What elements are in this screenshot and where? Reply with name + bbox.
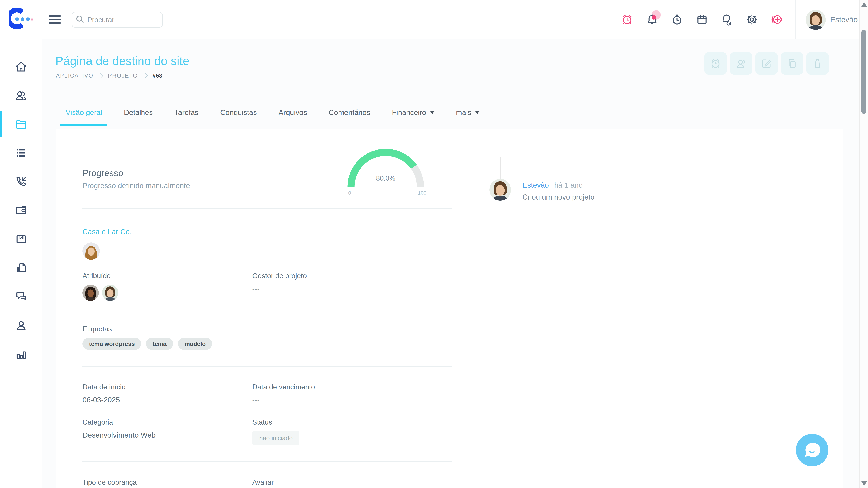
sidebar [0,0,42,488]
chat-widget-button[interactable] [796,434,828,466]
user-menu[interactable]: Estevão [806,9,858,30]
tab-bar: Visão geral Detalhes Tarefas Conquistas … [42,100,860,125]
activity-author-link[interactable]: Estevão [522,181,549,189]
content-columns: Progresso Progresso definido manualmente… [42,125,860,488]
settings-button[interactable] [746,13,758,26]
progress-gauge: 80.0% 0 100 [345,143,426,204]
user-name: Estevão [830,15,858,24]
page-actions [704,52,829,75]
app-logo[interactable] [8,7,33,32]
delete-button[interactable] [806,52,829,75]
duplicate-button[interactable] [781,52,803,75]
sidebar-item-reports[interactable] [0,339,42,368]
due-date-value: --- [252,396,460,404]
sidebar-item-projects[interactable] [0,109,42,138]
logo-dot-pink [31,19,33,21]
scroll-up-arrow[interactable] [862,2,867,6]
page-scrollbar[interactable] [859,0,868,488]
tab-tarefas[interactable]: Tarefas [175,100,198,125]
user-avatar [806,9,826,30]
activity-text: Criou um novo projeto [522,193,594,201]
logo-dot [15,18,19,21]
tab-detalhes[interactable]: Detalhes [124,100,153,125]
messages-button[interactable] [721,13,734,26]
tag-chip[interactable]: modelo [178,338,212,350]
assignee-avatar[interactable] [83,285,99,301]
sidebar-item-knowledge-base[interactable] [0,225,42,253]
alarm-clock-button[interactable] [621,13,634,26]
folder-icon [14,118,28,130]
topbar: Estevão [42,0,860,39]
scroll-down-arrow[interactable] [862,482,867,486]
quick-add-button[interactable] [771,13,783,26]
gear-icon [746,13,758,26]
rate-label: Avaliar [252,478,460,486]
file-pen-icon [14,261,28,274]
calendar-icon [696,13,709,26]
notifications-button[interactable] [646,13,659,26]
customer-section: Casa e Lar Co. [83,209,460,260]
tag-chip[interactable]: tema [146,338,173,350]
global-search [72,12,163,28]
sidebar-nav [0,52,42,368]
add-member-button[interactable] [730,52,752,75]
sidebar-item-calls[interactable] [0,167,42,196]
sidebar-item-chat[interactable] [0,282,42,311]
customer-avatar[interactable] [83,242,100,260]
search-input[interactable] [72,12,163,28]
breadcrumb-id: #63 [152,72,162,78]
copy-icon [786,58,798,69]
due-date-label: Data de vencimento [252,383,460,391]
timer-button[interactable] [704,52,727,75]
person-icon [14,319,28,332]
home-icon [14,60,28,73]
tags-label: Etiquetas [83,325,460,333]
category-label: Categoria [83,418,252,426]
progress-subtitle: Progresso definido manualmente [83,182,190,190]
list-icon [14,146,28,159]
customer-link[interactable]: Casa e Lar Co. [83,228,132,236]
tag-chip[interactable]: tema wordpress [83,338,141,350]
assigned-label: Atribuído [83,272,252,280]
calendar-button[interactable] [696,13,709,26]
tab-arquivos[interactable]: Arquivos [278,100,307,125]
start-date-value: 06-03-2025 [83,396,252,404]
gauge-value-label: 80.0% [345,174,426,182]
stopwatch-icon [671,13,684,26]
sidebar-item-home[interactable] [0,52,42,81]
logo-dot [21,18,24,21]
users-icon [14,89,28,102]
breadcrumb-app[interactable]: APLICATIVO [56,72,93,78]
time-tracker-button[interactable] [671,13,684,26]
tab-comentarios[interactable]: Comentários [329,100,370,125]
tab-visao-geral[interactable]: Visão geral [66,100,102,125]
tab-conquistas[interactable]: Conquistas [220,100,257,125]
chevron-right-icon [98,73,103,78]
menu-toggle-button[interactable] [49,15,61,24]
caret-down-icon [430,111,434,114]
activity-item: Estevão há 1 ano Criou um novo projeto [489,179,594,201]
bar-chart-icon [14,347,28,360]
edit-button[interactable] [755,52,778,75]
sidebar-item-payments[interactable] [0,196,42,225]
sidebar-item-tasks[interactable] [0,138,42,167]
overview-card: Progresso Progresso definido manualmente… [56,129,474,488]
logo-dot [26,18,30,21]
breadcrumb-section[interactable]: PROJETO [108,72,138,78]
tab-financeiro[interactable]: Financeiro [392,100,434,125]
caret-down-icon [475,111,479,114]
sidebar-item-proposals[interactable] [0,253,42,282]
activity-avatar[interactable] [489,179,511,201]
book-bookmark-icon [14,232,28,246]
gauge-max-label: 100 [418,190,426,196]
scrollbar-thumb[interactable] [862,30,866,114]
add-circle-icon [771,13,783,26]
edit-icon [761,58,773,69]
topbar-right: Estevão [621,0,860,39]
sidebar-item-customers[interactable] [0,311,42,339]
progress-title: Progresso [83,168,190,178]
category-value: Desenvolvimento Web [83,431,252,439]
sidebar-item-contacts[interactable] [0,81,42,109]
tab-mais[interactable]: mais [456,100,480,125]
assignee-avatar[interactable] [102,285,118,301]
